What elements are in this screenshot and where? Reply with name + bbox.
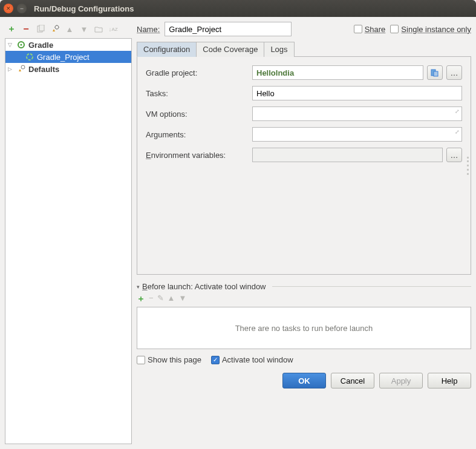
move-up-task-icon[interactable]: ▲ [168,293,175,304]
single-instance-label: Single instance only [401,25,471,34]
before-launch-empty-label: There are no tasks to run before launch [235,324,373,333]
main-panel: Name: Share Single instance only Configu… [137,22,471,444]
window-title: Run/Debug Configurations [34,4,134,13]
svg-rect-8 [434,71,438,76]
tab-configuration[interactable]: Configuration [137,42,197,57]
minimize-window-icon[interactable]: – [17,4,27,13]
tab-code-coverage[interactable]: Code Coverage [196,42,264,57]
defaults-icon [16,64,26,74]
tasks-label: Tasks: [146,89,249,98]
browse-project-button[interactable]: … [446,65,462,80]
edit-task-icon[interactable]: ✎ [157,293,164,304]
vm-options-input[interactable] [252,107,462,121]
svg-rect-1 [39,25,44,31]
env-vars-label: Environment variables: [146,151,249,160]
folder-icon[interactable] [93,24,104,34]
svg-point-2 [55,25,59,29]
name-label: Name: [137,25,160,34]
before-launch-header[interactable]: ▾ Before launch: Activate tool window [137,282,471,291]
gradle-project-label: Gradle project: [146,68,249,77]
divider [272,286,471,287]
tree-label: Defaults [27,65,59,74]
share-checkbox[interactable]: Share [354,25,386,34]
sort-icon[interactable]: ↓AZ [108,24,119,34]
move-down-icon[interactable]: ▼ [79,24,90,34]
config-tree: ▽ Gradle Gradle_Project ▷ Defaults [5,38,132,444]
tree-node-defaults[interactable]: ▷ Defaults [5,63,131,75]
arguments-input[interactable] [252,127,462,142]
move-down-task-icon[interactable]: ▼ [178,293,186,304]
settings-icon[interactable] [50,24,60,34]
svg-point-6 [21,65,25,69]
show-this-page-label: Show this page [148,355,201,364]
expand-arrow-icon[interactable]: ▽ [8,42,15,48]
tree-label: Gradle [27,41,53,50]
titlebar: ✕ – Run/Debug Configurations [0,0,476,17]
name-input[interactable] [165,22,292,36]
tasks-input[interactable] [252,86,462,100]
tab-logs[interactable]: Logs [264,42,294,57]
before-launch-label: Before launch: Activate tool window [142,282,266,291]
browse-env-button[interactable]: … [446,148,462,162]
checkbox-icon[interactable] [137,356,145,364]
collapse-arrow-icon[interactable]: ▾ [137,284,140,290]
apply-button[interactable]: Apply [379,373,423,388]
registered-project-button[interactable] [427,65,443,80]
tree-label: Gradle_Project [36,53,90,62]
remove-task-icon[interactable]: − [149,293,154,304]
checkbox-icon[interactable] [390,25,399,33]
close-window-icon[interactable]: ✕ [4,4,13,13]
show-this-page-checkbox[interactable]: Show this page [137,355,201,364]
remove-config-icon[interactable]: − [21,24,31,34]
checkbox-icon[interactable] [354,25,362,33]
share-label: Share [365,25,386,34]
cancel-button[interactable]: Cancel [331,373,374,388]
arguments-label: Arguments: [146,130,249,139]
env-vars-input[interactable] [252,148,443,162]
before-launch-toolbar: ＋ − ✎ ▲ ▼ [137,291,471,307]
svg-point-4 [21,44,22,46]
dialog-button-bar: OK Cancel Apply Help [137,373,471,388]
expand-arrow-icon[interactable]: ▷ [8,66,15,72]
checkbox-icon[interactable] [211,356,220,364]
before-launch-list: There are no tasks to run before launch [137,307,471,349]
move-up-icon[interactable]: ▲ [64,24,75,34]
help-button[interactable]: Help [428,373,471,388]
tree-node-gradle-project[interactable]: Gradle_Project [5,51,131,63]
ok-button[interactable]: OK [282,373,326,388]
copy-config-icon[interactable] [35,24,46,34]
vm-options-label: VM options: [146,110,249,119]
add-config-icon[interactable]: ＋ [6,24,17,34]
resize-grip-icon[interactable] [467,157,469,175]
sidebar: ＋ − ▲ ▼ ↓AZ ▽ Gradle [5,22,132,444]
tab-bar: Configuration Code Coverage Logs [137,41,471,57]
activate-tool-window-label: Activate tool window [222,355,293,364]
gradle-task-icon [25,52,34,62]
configuration-panel: Gradle project: … Tasks: VM options: Arg… [137,57,471,275]
gradle-icon [16,40,26,50]
add-task-icon[interactable]: ＋ [137,293,145,304]
gradle-project-input[interactable] [252,65,423,80]
sidebar-toolbar: ＋ − ▲ ▼ ↓AZ [5,22,132,38]
activate-tool-window-checkbox[interactable]: Activate tool window [211,355,293,364]
tree-node-gradle[interactable]: ▽ Gradle [5,39,131,51]
single-instance-checkbox[interactable]: Single instance only [390,25,471,34]
svg-point-5 [27,54,33,60]
